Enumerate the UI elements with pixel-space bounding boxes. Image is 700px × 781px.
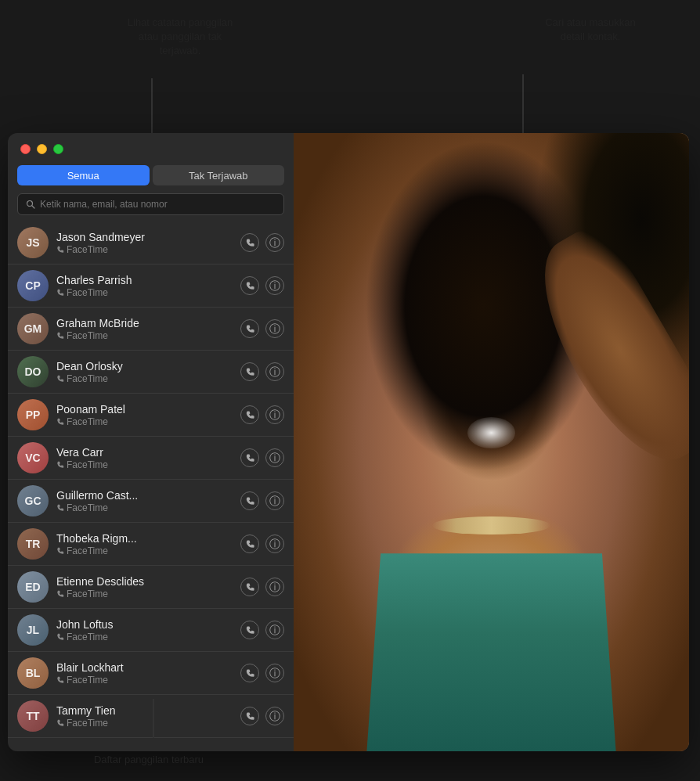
call-button[interactable] xyxy=(240,405,259,424)
contact-actions: ⓘ xyxy=(240,578,284,596)
info-button[interactable]: ⓘ xyxy=(265,578,284,596)
call-button[interactable] xyxy=(240,362,259,381)
call-button[interactable] xyxy=(240,664,259,682)
contact-sub: FaceTime xyxy=(56,545,240,556)
info-button[interactable]: ⓘ xyxy=(265,534,284,553)
contact-sub: FaceTime xyxy=(56,459,240,470)
avatar: GM xyxy=(17,313,49,344)
avatar: CP xyxy=(17,270,49,301)
contact-sub: FaceTime xyxy=(56,416,240,427)
contact-name: John Loftus xyxy=(56,618,240,631)
avatar: VC xyxy=(17,442,49,473)
contact-actions: ⓘ xyxy=(240,276,284,295)
info-button[interactable]: ⓘ xyxy=(265,491,284,510)
info-button[interactable]: ⓘ xyxy=(265,276,284,295)
list-item[interactable]: JL John Loftus FaceTime ⓘ xyxy=(8,609,294,652)
contact-sub: FaceTime xyxy=(56,588,240,599)
call-button[interactable] xyxy=(240,621,259,639)
contact-info: Vera Carr FaceTime xyxy=(56,446,240,470)
phone-icon xyxy=(56,418,64,426)
list-item[interactable]: ED Etienne Desclides FaceTime ⓘ xyxy=(8,566,294,609)
info-button[interactable]: ⓘ xyxy=(265,707,284,725)
contact-name: Guillermo Cast... xyxy=(56,489,240,502)
contact-sub: FaceTime xyxy=(56,244,240,255)
search-icon xyxy=(26,200,35,209)
info-button[interactable]: ⓘ xyxy=(265,448,284,467)
list-item[interactable]: BL Blair Lockhart FaceTime ⓘ xyxy=(8,652,294,695)
call-button[interactable] xyxy=(240,491,259,510)
call-button[interactable] xyxy=(240,448,259,467)
phone-icon xyxy=(56,246,64,254)
portrait-background xyxy=(294,133,689,751)
contact-info: Jason Sandmeyer FaceTime xyxy=(56,231,240,255)
list-item[interactable]: TR Thobeka Rigm... FaceTime ⓘ xyxy=(8,523,294,566)
svg-line-1 xyxy=(32,206,34,208)
contact-name: Thobeka Rigm... xyxy=(56,532,240,545)
minimize-button[interactable] xyxy=(37,144,47,154)
contact-sub: FaceTime xyxy=(56,675,240,686)
contact-info: Graham McBride FaceTime xyxy=(56,317,240,341)
call-button[interactable] xyxy=(240,319,259,338)
phone-icon xyxy=(56,590,64,598)
contact-name: Graham McBride xyxy=(56,317,240,329)
contact-info: Etienne Desclides FaceTime xyxy=(56,575,240,599)
tab-row: Semua Tak Terjawab xyxy=(8,162,294,193)
phone-icon xyxy=(56,676,64,684)
maximize-button[interactable] xyxy=(53,144,63,154)
phone-icon xyxy=(56,633,64,641)
contact-info: Guillermo Cast... FaceTime xyxy=(56,489,240,513)
avatar: GC xyxy=(17,485,49,516)
contact-sub: FaceTime xyxy=(56,632,240,642)
list-item[interactable]: GC Guillermo Cast... FaceTime ⓘ xyxy=(8,480,294,523)
clothing xyxy=(353,553,630,751)
arrow-bottom-line xyxy=(153,699,154,738)
contact-name: Etienne Desclides xyxy=(56,575,240,588)
list-item[interactable]: DO Dean Orlosky FaceTime ⓘ xyxy=(8,351,294,394)
contact-info: Tammy Tien FaceTime xyxy=(56,704,240,729)
contact-actions: ⓘ xyxy=(240,707,284,725)
contact-sub: FaceTime xyxy=(56,287,240,298)
call-button[interactable] xyxy=(240,276,259,295)
contact-info: Dean Orlosky FaceTime xyxy=(56,360,240,384)
contact-actions: ⓘ xyxy=(240,491,284,510)
tab-tak-terjawab[interactable]: Tak Terjawab xyxy=(153,165,285,185)
phone-icon xyxy=(56,504,64,512)
contact-actions: ⓘ xyxy=(240,664,284,682)
list-item[interactable]: JS Jason Sandmeyer FaceTime ⓘ xyxy=(8,221,294,265)
svg-point-0 xyxy=(27,201,33,207)
info-button[interactable]: ⓘ xyxy=(265,664,284,682)
contact-actions: ⓘ xyxy=(240,233,284,252)
call-button[interactable] xyxy=(240,578,259,596)
list-item[interactable]: CP Charles Parrish FaceTime ⓘ xyxy=(8,265,294,308)
call-button[interactable] xyxy=(240,534,259,553)
info-button[interactable]: ⓘ xyxy=(265,319,284,338)
search-bar[interactable] xyxy=(17,193,284,215)
list-item[interactable]: TT Tammy Tien FaceTime ⓘ xyxy=(8,695,294,738)
close-button[interactable] xyxy=(20,144,31,154)
search-input[interactable] xyxy=(40,199,276,210)
phone-icon xyxy=(56,375,64,383)
avatar: TT xyxy=(17,700,49,732)
avatar: BL xyxy=(17,657,49,689)
contact-actions: ⓘ xyxy=(240,448,284,467)
contact-name: Blair Lockhart xyxy=(56,661,240,674)
contact-info: Blair Lockhart FaceTime xyxy=(56,661,240,686)
call-button[interactable] xyxy=(240,233,259,252)
info-button[interactable]: ⓘ xyxy=(265,405,284,424)
phone-icon xyxy=(56,332,64,340)
list-item[interactable]: VC Vera Carr FaceTime ⓘ xyxy=(8,437,294,480)
phone-icon xyxy=(56,461,64,469)
list-item[interactable]: PP Poonam Patel FaceTime ⓘ xyxy=(8,394,294,437)
avatar: PP xyxy=(17,399,49,430)
list-item[interactable]: GM Graham McBride FaceTime ⓘ xyxy=(8,308,294,351)
contact-name: Vera Carr xyxy=(56,446,240,459)
contact-actions: ⓘ xyxy=(240,405,284,424)
info-button[interactable]: ⓘ xyxy=(265,362,284,381)
info-button[interactable]: ⓘ xyxy=(265,621,284,639)
annotation-top-left: Lihat catatan panggilanatau panggilan ta… xyxy=(117,16,243,59)
tab-semua[interactable]: Semua xyxy=(17,165,150,185)
info-button[interactable]: ⓘ xyxy=(265,233,284,252)
traffic-lights xyxy=(8,133,294,162)
call-button[interactable] xyxy=(240,707,259,725)
avatar: DO xyxy=(17,356,49,387)
